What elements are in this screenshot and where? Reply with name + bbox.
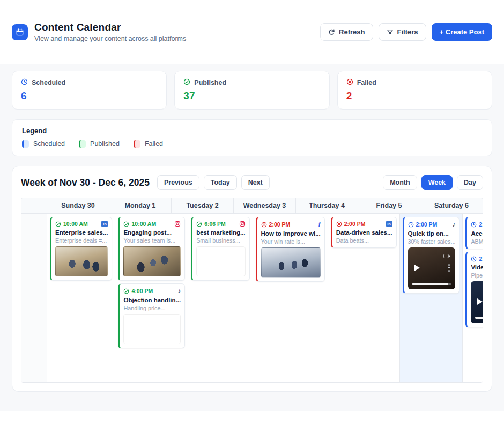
video-menu-icon[interactable]: [448, 262, 450, 273]
calendar-nav: PreviousTodayNext: [157, 175, 270, 190]
event-title: How to improve wi...: [261, 230, 321, 237]
scheduled-count: 6: [21, 90, 158, 102]
event-card[interactable]: 2:00 PM ♪ Quick tip on... 30% faster sal…: [403, 217, 460, 294]
refresh-button[interactable]: Refresh: [320, 23, 373, 41]
clock-status-icon: [471, 222, 477, 228]
week-range-title: Week of Nov 30 - Dec 6, 2025: [21, 177, 150, 188]
filter-icon: [387, 28, 394, 35]
check-circle-icon: [183, 78, 190, 87]
legend-card: Legend Scheduled Published Failed: [12, 119, 492, 156]
day-column-wednesday[interactable]: 2:00 PM f How to improve wi... Your win …: [253, 214, 328, 382]
linkedin-icon: in: [386, 221, 392, 227]
event-description: Your sales team is...: [123, 237, 181, 244]
linkedin-icon: in: [101, 221, 108, 227]
day-column-monday[interactable]: 10:00 AM Engaging post... Your sales tea…: [115, 214, 188, 382]
event-card[interactable]: 4:00 PM ♪ Objection handlin... Handling …: [118, 283, 185, 348]
event-title: Engaging post...: [123, 229, 181, 236]
legend-items: Scheduled Published Failed: [22, 140, 482, 148]
legend-item-published: Published: [79, 140, 120, 148]
legend-item-scheduled: Scheduled: [22, 140, 65, 148]
event-description: ABM delivers 208%...: [471, 238, 483, 245]
view-switcher: MonthWeekDay: [383, 175, 483, 190]
event-title: Quick tip on...: [408, 230, 456, 237]
legend-item-failed: Failed: [134, 140, 163, 148]
x-status-icon: [261, 222, 267, 228]
event-time: 2:00 PM: [471, 221, 483, 228]
event-title: Objection handlin...: [123, 297, 181, 303]
clock-status-icon: [471, 256, 477, 262]
event-time: 2:00 PM: [471, 256, 483, 262]
stat-card-scheduled: Scheduled 6: [12, 71, 167, 110]
facebook-icon: f: [318, 221, 321, 228]
event-card[interactable]: 6:06 PM best marketing... Small business…: [191, 217, 249, 281]
day-body-row: 10:00 AM in Enterprise sales... Enterpri…: [21, 214, 483, 382]
day-header-saturday: Saturday 6: [420, 198, 483, 214]
today-button[interactable]: Today: [204, 175, 237, 190]
play-icon[interactable]: [414, 265, 420, 271]
event-description: Data beats...: [336, 237, 392, 244]
filters-button[interactable]: Filters: [379, 23, 426, 41]
event-card[interactable]: 10:00 AM in Enterprise sales... Enterpri…: [50, 217, 112, 281]
view-day-button[interactable]: Day: [457, 175, 483, 190]
previous-button[interactable]: Previous: [157, 175, 199, 190]
tiktok-icon: ♪: [177, 287, 181, 295]
next-button[interactable]: Next: [241, 175, 270, 190]
day-column-tuesday[interactable]: 6:06 PM best marketing... Small business…: [188, 214, 253, 382]
event-time: 10:00 AM: [123, 221, 156, 227]
event-time: 2:00 PM: [336, 221, 366, 227]
x-status-icon: [336, 221, 342, 227]
published-count: 37: [183, 90, 320, 102]
calendar-app-icon: [12, 24, 28, 40]
day-column-thursday[interactable]: 2:00 PM in Data-driven sales... Data bea…: [328, 214, 400, 382]
stat-card-failed: Failed 2: [337, 71, 492, 110]
check-status-icon: [123, 221, 129, 227]
day-header-row: Sunday 30Monday 1Tuesday 2Wednesday 3Thu…: [21, 198, 483, 214]
event-title: Data-driven sales...: [336, 229, 392, 236]
legend-swatch: [22, 140, 29, 148]
time-gutter: [21, 214, 47, 382]
event-description: Enterprise deals =...: [55, 237, 108, 244]
page-subtitle: View and manage your content across all …: [34, 35, 186, 42]
legend-swatch: [79, 140, 86, 148]
instagram-icon: [174, 221, 181, 227]
page-header: Content Calendar View and manage your co…: [0, 0, 504, 64]
create-post-button[interactable]: + Create Post: [432, 23, 492, 41]
event-card[interactable]: 2:00 PM f Account-based... ABM delivers …: [465, 217, 483, 249]
play-icon[interactable]: [477, 298, 483, 305]
day-column-friday[interactable]: 2:00 PM ♪ Quick tip on... 30% faster sal…: [400, 214, 463, 382]
clock-status-icon: [408, 222, 414, 228]
day-header-tuesday: Tuesday 2: [172, 198, 234, 214]
legend-swatch: [134, 140, 140, 148]
day-header-friday: Friday 5: [358, 198, 420, 214]
event-time: 2:00 PM: [261, 221, 291, 228]
event-title: best marketing...: [196, 229, 245, 236]
event-description: Pipeline Forecastin...: [471, 272, 483, 279]
video-progress-bar: [412, 283, 451, 285]
event-card[interactable]: 10:00 AM Engaging post... Your sales tea…: [118, 217, 185, 281]
instagram-icon: [239, 221, 246, 227]
video-thumbnail[interactable]: [408, 247, 456, 289]
post-image: [261, 247, 321, 278]
event-card[interactable]: 2:00 PM in Data-driven sales... Data bea…: [331, 217, 397, 248]
view-week-button[interactable]: Week: [421, 175, 453, 190]
post-image: [123, 314, 181, 344]
tiktok-icon: ♪: [452, 221, 455, 228]
event-description: Your win rate is...: [261, 238, 321, 245]
video-thumbnail[interactable]: [471, 281, 483, 323]
event-card[interactable]: 2:00 PM f How to improve wi... Your win …: [256, 217, 325, 282]
failed-count: 2: [346, 90, 483, 102]
day-column-saturday[interactable]: 2:00 PM f Account-based... ABM delivers …: [463, 214, 483, 382]
event-description: Small business...: [196, 237, 245, 244]
check-status-icon: [123, 288, 129, 294]
view-month-button[interactable]: Month: [383, 175, 417, 190]
video-progress-bar: [475, 317, 483, 319]
event-card[interactable]: 2:00 PM Video script about... Pipeline F…: [465, 252, 483, 327]
day-header-monday: Monday 1: [109, 198, 172, 214]
legend-title: Legend: [22, 127, 482, 135]
event-time: 4:00 PM: [123, 288, 153, 294]
day-header-wednesday: Wednesday 3: [234, 198, 296, 214]
day-column-sunday[interactable]: 10:00 AM in Enterprise sales... Enterpri…: [47, 214, 115, 382]
video-camera-icon: [443, 251, 451, 261]
event-description: 30% faster sales...: [408, 238, 456, 245]
stat-card-published: Published 37: [174, 71, 329, 110]
